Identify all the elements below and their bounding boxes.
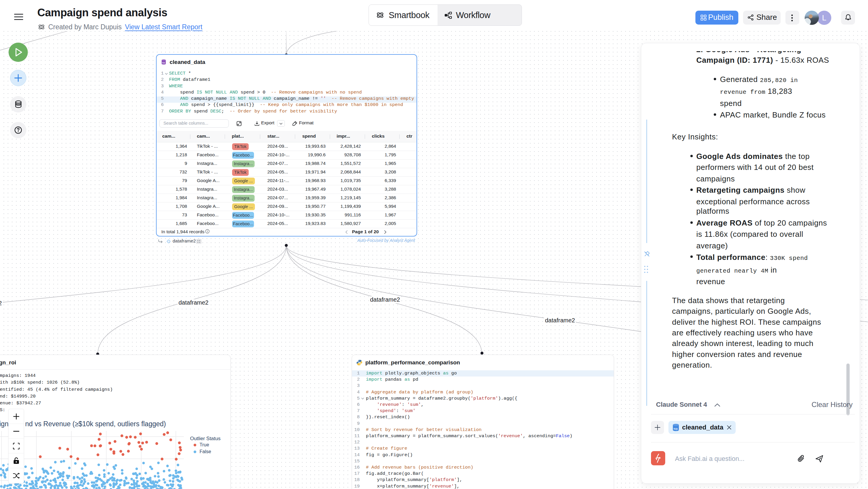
svg-text:SQL: SQL	[162, 62, 165, 64]
svg-text:SQL: SQL	[674, 427, 678, 430]
